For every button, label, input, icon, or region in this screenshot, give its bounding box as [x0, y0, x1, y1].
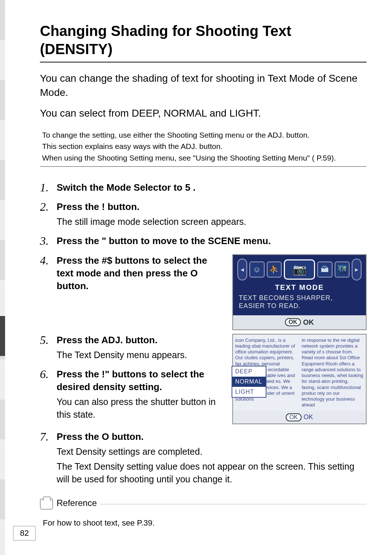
density-option-light: LIGHT [232, 387, 266, 397]
chevron-right-icon: ▸ [352, 259, 362, 280]
ok-pill-icon: OK [286, 413, 301, 421]
step-2: 2. Press the ! button. The still image m… [40, 200, 367, 228]
camera-text-icon: 📷 [284, 259, 315, 280]
ok-bar: OK OK [233, 315, 366, 329]
reference-bar: Reference [40, 499, 367, 510]
portrait-icon: ☺ [249, 262, 265, 278]
scene-icon-row: ◂ ☺ ⛹ 📷 🏔 🌃 ▸ [237, 259, 362, 280]
mode-label: TEXT MODE [237, 283, 362, 292]
step-title: Press the ADJ. button. [57, 334, 225, 347]
ok-label: OK [303, 318, 314, 327]
note-line: This section explains easy ways with the… [42, 141, 364, 152]
nightscape-icon: 🌃 [335, 262, 350, 278]
step-title: Press the ! button. [57, 200, 367, 213]
intro-text-2: You can select from DEEP, NORMAL and LIG… [40, 106, 367, 120]
reference-icon [40, 499, 53, 510]
step-number: 2. [40, 200, 51, 228]
step-title: Press the #$ buttons to select the text … [57, 254, 225, 292]
step-number: 1. [40, 181, 51, 194]
step-title: Press the O button. [57, 430, 367, 443]
note-box: To change the setting, use either the Sh… [40, 127, 367, 167]
step-title: Press the " button to move to the SCENE … [57, 235, 367, 247]
page-title: Changing Shading for Shooting Text (DENS… [40, 22, 367, 58]
step-title: Press the !" buttons to select the desir… [57, 368, 225, 393]
landscape-icon: 🏔 [317, 262, 332, 278]
step4-row: 4. Press the #$ buttons to select the te… [40, 254, 367, 330]
step-1: 1. Switch the Mode Selector to 5 . [40, 181, 367, 194]
note-line: When using the Shooting Setting menu, se… [42, 152, 364, 164]
step-number: 7. [40, 430, 51, 486]
ok-bar: OK OK [233, 411, 366, 424]
sample-text-left: icon Company, Ltd., is a leading obal ma… [233, 335, 299, 411]
ok-label: OK [304, 413, 313, 421]
density-option-deep: DEEP [232, 366, 266, 377]
step-title: Switch the Mode Selector to 5 . [57, 181, 367, 194]
step-text: You can also press the shutter button in… [57, 396, 225, 421]
reference-label: Reference [57, 498, 100, 508]
manual-page: Changing Shading for Shooting Text (DENS… [0, 0, 392, 555]
note-line: To change the setting, use either the Sh… [42, 129, 364, 141]
title-rule [40, 62, 367, 62]
lcd-screen-density-menu: icon Company, Ltd., is a leading obal ma… [232, 334, 367, 424]
density-option-normal: NORMAL [232, 377, 266, 387]
ok-pill-icon: OK [285, 318, 301, 326]
steps-list: 1. Switch the Mode Selector to 5 . 2. Pr… [40, 181, 367, 486]
sample-text-right: In response to the ne digital network sy… [299, 335, 366, 411]
density-menu: DEEP NORMAL LIGHT [232, 366, 266, 398]
step-text: Text Density settings are completed. [57, 445, 367, 458]
mode-description: TEXT BECOMES SHARPER, EASIER TO READ. [237, 294, 362, 312]
step-5: 5. Press the ADJ. button. The Text Densi… [40, 334, 225, 361]
step-3: 3. Press the " button to move to the SCE… [40, 235, 367, 247]
step-4: 4. Press the #$ buttons to select the te… [40, 254, 225, 292]
step-number: 4. [40, 254, 51, 292]
lcd-screen-text-mode: ◂ ☺ ⛹ 📷 🏔 🌃 ▸ TEXT MODE TEXT BECOMES SHA… [232, 254, 367, 330]
step56-row: 5. Press the ADJ. button. The Text Densi… [40, 334, 367, 428]
step-text: The Text Density menu appears. [57, 349, 225, 361]
step-6: 6. Press the !" buttons to select the de… [40, 368, 225, 421]
chevron-left-icon: ◂ [237, 259, 247, 280]
intro-text-1: You can change the shading of text for s… [40, 71, 367, 100]
sports-icon: ⛹ [267, 262, 282, 278]
step-number: 3. [40, 235, 51, 247]
step-number: 5. [40, 334, 51, 361]
page-number: 82 [13, 526, 36, 540]
reference-text: For how to shoot text, see P.39. [40, 518, 367, 528]
step-number: 6. [40, 368, 51, 421]
step-text: The still image mode selection screen ap… [57, 215, 367, 228]
step-text: The Text Density setting value does not … [57, 460, 367, 486]
step-7: 7. Press the O button. Text Density sett… [40, 430, 367, 486]
